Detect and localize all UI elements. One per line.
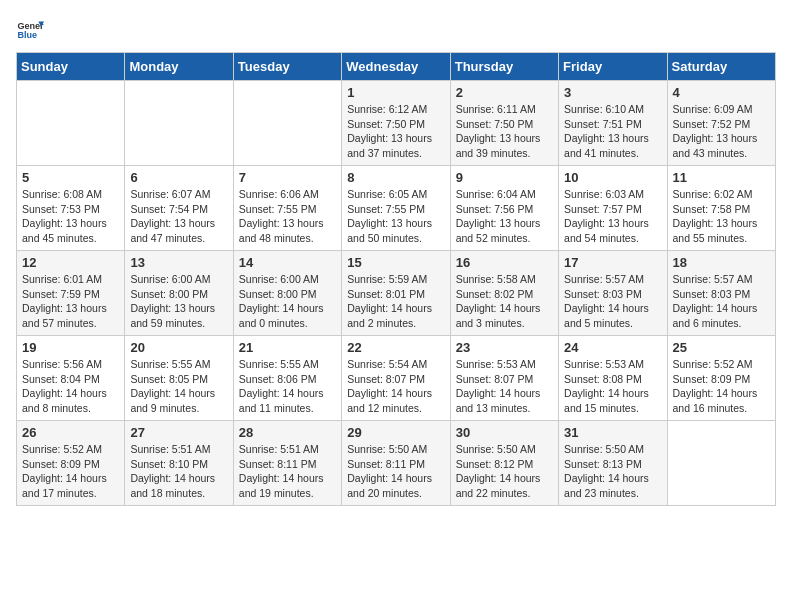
day-info: Sunrise: 6:09 AM Sunset: 7:52 PM Dayligh… bbox=[673, 102, 770, 161]
calendar-cell: 7Sunrise: 6:06 AM Sunset: 7:55 PM Daylig… bbox=[233, 166, 341, 251]
day-info: Sunrise: 6:06 AM Sunset: 7:55 PM Dayligh… bbox=[239, 187, 336, 246]
calendar-cell: 6Sunrise: 6:07 AM Sunset: 7:54 PM Daylig… bbox=[125, 166, 233, 251]
day-number: 6 bbox=[130, 170, 227, 185]
calendar-cell: 17Sunrise: 5:57 AM Sunset: 8:03 PM Dayli… bbox=[559, 251, 667, 336]
calendar-cell: 29Sunrise: 5:50 AM Sunset: 8:11 PM Dayli… bbox=[342, 421, 450, 506]
day-number: 27 bbox=[130, 425, 227, 440]
calendar-cell: 16Sunrise: 5:58 AM Sunset: 8:02 PM Dayli… bbox=[450, 251, 558, 336]
calendar-week-5: 26Sunrise: 5:52 AM Sunset: 8:09 PM Dayli… bbox=[17, 421, 776, 506]
calendar-cell: 31Sunrise: 5:50 AM Sunset: 8:13 PM Dayli… bbox=[559, 421, 667, 506]
day-info: Sunrise: 6:08 AM Sunset: 7:53 PM Dayligh… bbox=[22, 187, 119, 246]
calendar-cell bbox=[667, 421, 775, 506]
day-info: Sunrise: 5:54 AM Sunset: 8:07 PM Dayligh… bbox=[347, 357, 444, 416]
calendar-cell bbox=[125, 81, 233, 166]
calendar-cell: 2Sunrise: 6:11 AM Sunset: 7:50 PM Daylig… bbox=[450, 81, 558, 166]
day-info: Sunrise: 5:58 AM Sunset: 8:02 PM Dayligh… bbox=[456, 272, 553, 331]
day-number: 4 bbox=[673, 85, 770, 100]
day-info: Sunrise: 6:04 AM Sunset: 7:56 PM Dayligh… bbox=[456, 187, 553, 246]
day-number: 24 bbox=[564, 340, 661, 355]
calendar-cell bbox=[17, 81, 125, 166]
weekday-header-tuesday: Tuesday bbox=[233, 53, 341, 81]
day-info: Sunrise: 5:56 AM Sunset: 8:04 PM Dayligh… bbox=[22, 357, 119, 416]
day-number: 18 bbox=[673, 255, 770, 270]
day-number: 20 bbox=[130, 340, 227, 355]
calendar-cell: 12Sunrise: 6:01 AM Sunset: 7:59 PM Dayli… bbox=[17, 251, 125, 336]
calendar-cell: 4Sunrise: 6:09 AM Sunset: 7:52 PM Daylig… bbox=[667, 81, 775, 166]
calendar-cell: 5Sunrise: 6:08 AM Sunset: 7:53 PM Daylig… bbox=[17, 166, 125, 251]
day-number: 22 bbox=[347, 340, 444, 355]
day-number: 1 bbox=[347, 85, 444, 100]
day-info: Sunrise: 5:53 AM Sunset: 8:08 PM Dayligh… bbox=[564, 357, 661, 416]
calendar-week-3: 12Sunrise: 6:01 AM Sunset: 7:59 PM Dayli… bbox=[17, 251, 776, 336]
day-info: Sunrise: 5:50 AM Sunset: 8:11 PM Dayligh… bbox=[347, 442, 444, 501]
page-header: General Blue bbox=[16, 16, 776, 44]
calendar-cell: 18Sunrise: 5:57 AM Sunset: 8:03 PM Dayli… bbox=[667, 251, 775, 336]
day-number: 23 bbox=[456, 340, 553, 355]
calendar-cell: 27Sunrise: 5:51 AM Sunset: 8:10 PM Dayli… bbox=[125, 421, 233, 506]
weekday-header-monday: Monday bbox=[125, 53, 233, 81]
calendar-body: 1Sunrise: 6:12 AM Sunset: 7:50 PM Daylig… bbox=[17, 81, 776, 506]
day-number: 26 bbox=[22, 425, 119, 440]
weekday-header-sunday: Sunday bbox=[17, 53, 125, 81]
weekday-header-wednesday: Wednesday bbox=[342, 53, 450, 81]
logo-icon: General Blue bbox=[16, 16, 44, 44]
day-number: 21 bbox=[239, 340, 336, 355]
day-info: Sunrise: 5:55 AM Sunset: 8:06 PM Dayligh… bbox=[239, 357, 336, 416]
day-number: 9 bbox=[456, 170, 553, 185]
calendar-cell: 22Sunrise: 5:54 AM Sunset: 8:07 PM Dayli… bbox=[342, 336, 450, 421]
day-info: Sunrise: 6:00 AM Sunset: 8:00 PM Dayligh… bbox=[130, 272, 227, 331]
calendar-cell: 1Sunrise: 6:12 AM Sunset: 7:50 PM Daylig… bbox=[342, 81, 450, 166]
weekday-header-thursday: Thursday bbox=[450, 53, 558, 81]
day-info: Sunrise: 5:51 AM Sunset: 8:10 PM Dayligh… bbox=[130, 442, 227, 501]
calendar-cell: 11Sunrise: 6:02 AM Sunset: 7:58 PM Dayli… bbox=[667, 166, 775, 251]
day-info: Sunrise: 6:10 AM Sunset: 7:51 PM Dayligh… bbox=[564, 102, 661, 161]
calendar-cell: 3Sunrise: 6:10 AM Sunset: 7:51 PM Daylig… bbox=[559, 81, 667, 166]
day-info: Sunrise: 5:57 AM Sunset: 8:03 PM Dayligh… bbox=[673, 272, 770, 331]
calendar-cell bbox=[233, 81, 341, 166]
day-number: 8 bbox=[347, 170, 444, 185]
day-info: Sunrise: 5:52 AM Sunset: 8:09 PM Dayligh… bbox=[22, 442, 119, 501]
day-info: Sunrise: 5:51 AM Sunset: 8:11 PM Dayligh… bbox=[239, 442, 336, 501]
calendar-cell: 28Sunrise: 5:51 AM Sunset: 8:11 PM Dayli… bbox=[233, 421, 341, 506]
weekday-header-friday: Friday bbox=[559, 53, 667, 81]
day-info: Sunrise: 6:07 AM Sunset: 7:54 PM Dayligh… bbox=[130, 187, 227, 246]
day-info: Sunrise: 5:52 AM Sunset: 8:09 PM Dayligh… bbox=[673, 357, 770, 416]
day-number: 11 bbox=[673, 170, 770, 185]
calendar-cell: 15Sunrise: 5:59 AM Sunset: 8:01 PM Dayli… bbox=[342, 251, 450, 336]
calendar-cell: 9Sunrise: 6:04 AM Sunset: 7:56 PM Daylig… bbox=[450, 166, 558, 251]
day-info: Sunrise: 5:53 AM Sunset: 8:07 PM Dayligh… bbox=[456, 357, 553, 416]
calendar-cell: 25Sunrise: 5:52 AM Sunset: 8:09 PM Dayli… bbox=[667, 336, 775, 421]
day-info: Sunrise: 6:12 AM Sunset: 7:50 PM Dayligh… bbox=[347, 102, 444, 161]
calendar-cell: 10Sunrise: 6:03 AM Sunset: 7:57 PM Dayli… bbox=[559, 166, 667, 251]
calendar-week-2: 5Sunrise: 6:08 AM Sunset: 7:53 PM Daylig… bbox=[17, 166, 776, 251]
calendar-cell: 24Sunrise: 5:53 AM Sunset: 8:08 PM Dayli… bbox=[559, 336, 667, 421]
day-number: 28 bbox=[239, 425, 336, 440]
day-number: 10 bbox=[564, 170, 661, 185]
day-number: 5 bbox=[22, 170, 119, 185]
calendar-week-4: 19Sunrise: 5:56 AM Sunset: 8:04 PM Dayli… bbox=[17, 336, 776, 421]
day-info: Sunrise: 5:59 AM Sunset: 8:01 PM Dayligh… bbox=[347, 272, 444, 331]
calendar-cell: 26Sunrise: 5:52 AM Sunset: 8:09 PM Dayli… bbox=[17, 421, 125, 506]
day-info: Sunrise: 6:05 AM Sunset: 7:55 PM Dayligh… bbox=[347, 187, 444, 246]
calendar-cell: 8Sunrise: 6:05 AM Sunset: 7:55 PM Daylig… bbox=[342, 166, 450, 251]
svg-text:Blue: Blue bbox=[17, 30, 37, 40]
calendar-cell: 23Sunrise: 5:53 AM Sunset: 8:07 PM Dayli… bbox=[450, 336, 558, 421]
day-number: 2 bbox=[456, 85, 553, 100]
calendar-cell: 20Sunrise: 5:55 AM Sunset: 8:05 PM Dayli… bbox=[125, 336, 233, 421]
day-number: 14 bbox=[239, 255, 336, 270]
day-number: 17 bbox=[564, 255, 661, 270]
calendar-cell: 19Sunrise: 5:56 AM Sunset: 8:04 PM Dayli… bbox=[17, 336, 125, 421]
day-number: 25 bbox=[673, 340, 770, 355]
weekday-header-row: SundayMondayTuesdayWednesdayThursdayFrid… bbox=[17, 53, 776, 81]
day-number: 30 bbox=[456, 425, 553, 440]
calendar-cell: 21Sunrise: 5:55 AM Sunset: 8:06 PM Dayli… bbox=[233, 336, 341, 421]
day-info: Sunrise: 6:02 AM Sunset: 7:58 PM Dayligh… bbox=[673, 187, 770, 246]
day-info: Sunrise: 6:03 AM Sunset: 7:57 PM Dayligh… bbox=[564, 187, 661, 246]
day-info: Sunrise: 5:50 AM Sunset: 8:13 PM Dayligh… bbox=[564, 442, 661, 501]
day-number: 16 bbox=[456, 255, 553, 270]
day-info: Sunrise: 5:55 AM Sunset: 8:05 PM Dayligh… bbox=[130, 357, 227, 416]
day-info: Sunrise: 5:50 AM Sunset: 8:12 PM Dayligh… bbox=[456, 442, 553, 501]
day-info: Sunrise: 6:11 AM Sunset: 7:50 PM Dayligh… bbox=[456, 102, 553, 161]
calendar-cell: 30Sunrise: 5:50 AM Sunset: 8:12 PM Dayli… bbox=[450, 421, 558, 506]
weekday-header-saturday: Saturday bbox=[667, 53, 775, 81]
